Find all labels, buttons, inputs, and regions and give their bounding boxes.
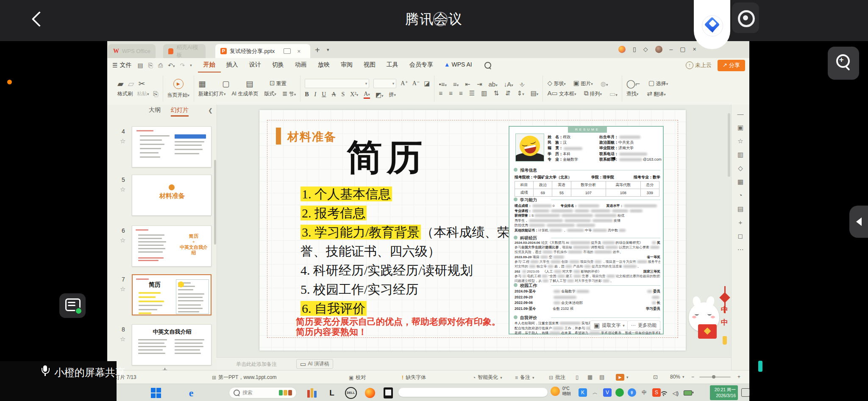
reset-button[interactable]: ⊡ 重置 [270, 80, 287, 87]
taskbar-clock[interactable]: 20:21 周一 2026/3/16 [710, 385, 738, 400]
picture-button[interactable]: ▣ 图片▾ [573, 80, 593, 87]
meeting-info-icon[interactable]: i [433, 12, 448, 26]
battery-button[interactable] [683, 389, 693, 397]
wifi-button[interactable] [659, 388, 669, 398]
record-button[interactable] [732, 3, 759, 33]
file-menu[interactable]: ☰ 文件 [112, 61, 132, 69]
menu-item-视图[interactable]: 视图 [358, 58, 381, 73]
volume-button[interactable]: ◁) [671, 388, 680, 398]
fit-slide-button[interactable]: ⊡ [653, 374, 658, 380]
missing-font-warning[interactable]: !缺失字体 [402, 374, 426, 381]
tab-docer-template[interactable]: 稻壳AI模板 [163, 44, 206, 58]
strikethrough-icon[interactable]: A [331, 91, 336, 98]
redo-icon[interactable]: ↷ [180, 62, 185, 69]
favorite-star-icon[interactable]: ☆ [120, 237, 125, 244]
fill-icon[interactable]: ◍▾ [601, 81, 608, 87]
zoom-in-button[interactable]: + [737, 374, 740, 380]
align-center-icon[interactable]: ≡ [449, 90, 453, 96]
panel-divider-icon[interactable]: — [737, 111, 744, 117]
notes-toggle[interactable]: ≡备注▾ [515, 374, 534, 381]
user-avatar[interactable] [655, 46, 662, 53]
layout-pane-icon[interactable]: ▥ [737, 151, 743, 158]
italic-icon[interactable]: I [314, 91, 317, 98]
phonetic-icon[interactable]: 拼▾ [389, 91, 396, 98]
menu-item-开始[interactable]: 开始 [198, 58, 221, 73]
weather-widget[interactable]: 0°C晴朗 [551, 386, 571, 396]
tab-close-icon[interactable]: × [297, 48, 300, 55]
comment-pane-icon[interactable]: ◻ [738, 233, 743, 239]
slide-thumbnail-7[interactable]: 简历 [132, 274, 211, 315]
template-source[interactable]: ⊞第一PPT，www.1ppt.com [212, 374, 276, 381]
search-icon[interactable]: ◯⌐ [626, 80, 640, 88]
extract-text-button[interactable]: ▣ 提取文字 ▾ [590, 320, 629, 330]
slide-thumbnail-4[interactable] [132, 126, 211, 167]
convert-text-icon[interactable]: ⎀ [520, 81, 525, 87]
thumb-scrollbar[interactable] [214, 160, 216, 245]
firefox-button[interactable] [364, 387, 376, 399]
kdocs-tray-icon[interactable]: K [579, 388, 587, 397]
cloud-status[interactable]: ↑ 未上云 [686, 61, 712, 69]
zoom-level[interactable]: 80%▾ [670, 374, 684, 380]
taskbar-search[interactable]: 搜索 [229, 387, 297, 398]
main-scrollbar[interactable] [728, 113, 730, 177]
highlight-icon[interactable]: ◩▾ [376, 92, 384, 98]
arrange-button[interactable]: ⧉ 排列▾ [584, 90, 602, 97]
slide-canvas[interactable]: 材料准备 简历 1. 个人基本信息2. 报考信息3. 学习能力/教育背景（本科成… [259, 110, 686, 351]
align-left-icon[interactable]: ≡ [439, 90, 442, 96]
paste-icon[interactable]: ▱ [128, 80, 134, 88]
menu-search-icon[interactable] [484, 62, 491, 69]
format-painter-button[interactable]: 格式刷 [117, 90, 133, 97]
slide-thumbnail-8[interactable]: 中英文自我介绍 [132, 324, 211, 365]
translate-button[interactable]: ⇄ 翻译▾ [647, 90, 665, 98]
restore-button[interactable]: ▢ [680, 46, 685, 53]
tab-outline[interactable]: 大纲 [149, 106, 161, 114]
favorite-star-icon[interactable]: ☆ [120, 186, 125, 193]
proofread-status[interactable]: ▣校对 [349, 374, 366, 381]
clear-format-icon[interactable]: ◪ [424, 80, 430, 86]
smart-beautify-button[interactable]: ◔智能美化▾ [473, 374, 502, 381]
more-features-button[interactable]: ⋯ 更多功能 [627, 320, 660, 330]
format-pane-icon[interactable]: ▣ [737, 124, 743, 131]
quickbar-dropdown-icon[interactable]: ▾ [190, 63, 192, 67]
slide-thumbnail-6[interactable]: 简历+中英文自我介绍 [132, 226, 211, 267]
undo-icon[interactable]: ↶▾ [168, 62, 175, 69]
decrease-font-icon[interactable]: A⁻ [412, 80, 420, 87]
find-button[interactable]: 查找▾ [626, 90, 639, 97]
select-button[interactable]: ▢ 选择▾ [648, 80, 668, 87]
numbered-list-icon[interactable]: ≡▾ [453, 81, 459, 87]
underline-icon[interactable]: U [322, 91, 326, 98]
chat-button[interactable] [59, 293, 86, 318]
reading-view-button[interactable]: ▤ [599, 374, 604, 380]
library-app-button[interactable] [306, 387, 318, 399]
tab-wps-office[interactable]: W WPS Office [108, 44, 156, 58]
collapse-panel-icon[interactable]: ❮ [208, 107, 213, 114]
tablet-app-button[interactable] [382, 387, 395, 399]
grid-pane-icon[interactable]: ▦ [737, 178, 743, 185]
distribute-icon[interactable]: ▥ [481, 90, 487, 96]
tab-slides[interactable]: 幻灯片 [171, 106, 189, 117]
slide-thumbnail-5[interactable]: 材料准备 [132, 175, 211, 216]
share-button[interactable]: ↗ 分享 [718, 60, 745, 71]
menu-item-WPS AI[interactable]: ▲ WPS AI [439, 58, 478, 73]
favorite-star-icon[interactable]: ☆ [120, 285, 125, 293]
font-color-icon[interactable]: A▾ [364, 91, 370, 99]
line-spacing-icon[interactable]: ⇕▾ [517, 90, 524, 96]
mic-tray-icon[interactable]: 🎙 [628, 388, 636, 397]
copy-icon[interactable]: ⎘ [153, 91, 159, 97]
bold-icon[interactable]: B [305, 91, 309, 98]
menu-item-工具[interactable]: 工具 [381, 58, 404, 73]
normal-view-button[interactable]: ▯ [576, 374, 579, 380]
menu-item-设计[interactable]: 设计 [244, 58, 267, 73]
zoom-slider-thumb[interactable] [712, 375, 715, 379]
font-family-select[interactable]: ▾ [305, 79, 369, 88]
menu-item-审阅[interactable]: 审阅 [335, 58, 358, 73]
zoom-out-button[interactable]: − [691, 374, 694, 380]
zoom-overlay-button[interactable] [828, 47, 859, 80]
save-icon[interactable]: ▤ [138, 62, 143, 69]
sorter-view-button[interactable]: ▦ [587, 374, 593, 380]
meeting-app-badge[interactable] [694, 0, 730, 49]
tab-document[interactable]: P 复试经验分享.pptx × [215, 44, 310, 58]
chart-pane-icon[interactable]: ◔ [738, 192, 742, 198]
star-pane-icon[interactable]: ☆ [737, 138, 743, 144]
menu-item-会员专享[interactable]: 会员专享 [404, 58, 439, 73]
